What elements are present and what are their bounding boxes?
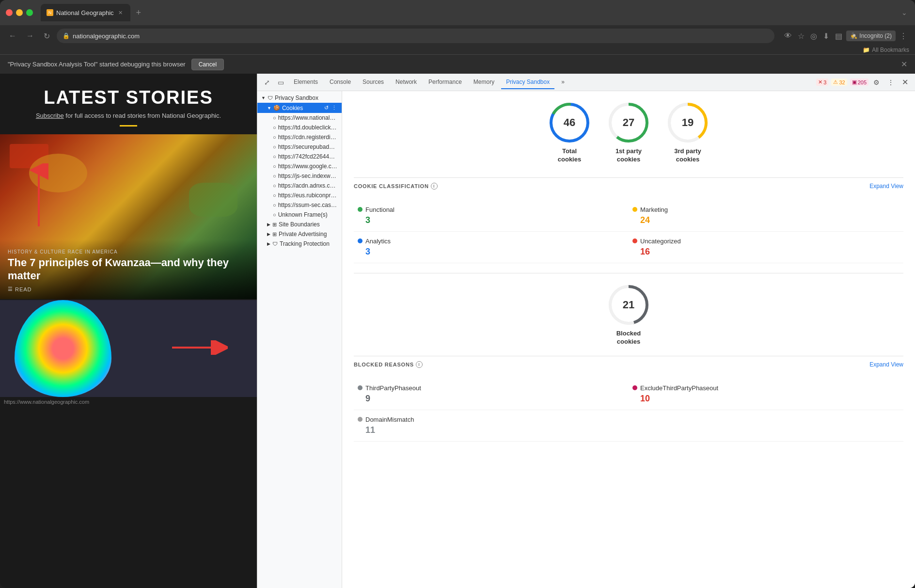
- tree-item-url2[interactable]: ○ https://td.doubleclick.ne...: [257, 123, 342, 132]
- menu-button[interactable]: ⋮: [898, 30, 909, 43]
- tree-item-url3[interactable]: ○ https://cdn.registerdisne...: [257, 132, 342, 142]
- reload-button[interactable]: ↻: [41, 30, 53, 43]
- tab-close-button[interactable]: ✕: [117, 9, 125, 16]
- title-bar: N National Geographic ✕ + ⌄: [0, 0, 915, 25]
- read-button[interactable]: ☰ READ: [8, 286, 249, 292]
- bookmark-star-icon[interactable]: ☆: [796, 30, 806, 43]
- blocked-reasons-info-icon[interactable]: i: [416, 361, 423, 368]
- first-party-cookies-label: 1st partycookies: [615, 147, 642, 164]
- read-label: READ: [15, 286, 32, 292]
- blocked-cookies-label: Blockedcookies: [616, 330, 641, 346]
- classification-info-icon[interactable]: i: [431, 183, 438, 190]
- tab-memory[interactable]: Memory: [469, 76, 499, 89]
- tree-label: https://ssum-sec.casale...: [278, 202, 338, 208]
- tree-action-more[interactable]: ⋮: [331, 104, 338, 111]
- tree-label: https://cdn.registerdisne...: [278, 134, 338, 141]
- tab-network[interactable]: Network: [391, 76, 422, 89]
- tree-item-cookies[interactable]: ▼ 🍪 Cookies ↺ ⋮: [257, 103, 342, 113]
- globe-icon: ○: [273, 192, 276, 198]
- blocked-circle-container: 21 Blockedcookies: [607, 283, 650, 346]
- tree-label: https://742fcd22644a3c...: [278, 153, 338, 160]
- functional-count: 3: [365, 215, 625, 225]
- tree-action-refresh[interactable]: ↺: [323, 104, 330, 111]
- total-cookies-circle: 46: [548, 101, 591, 144]
- tree-item-url9[interactable]: ○ https://eus.rubiconproje...: [257, 191, 342, 200]
- tree-label: https://js-sec.indexww.c...: [278, 173, 338, 179]
- error-icon: ✕: [818, 79, 822, 85]
- exclude-third-party-reason: ExcludeThirdPartyPhaseout 10: [629, 379, 903, 410]
- tracking-protection-icon: 🛡: [272, 241, 278, 247]
- tree-arrow-icon: ▶: [267, 222, 270, 227]
- analytics-count: 3: [365, 247, 625, 257]
- analytics-category-name: Analytics: [358, 238, 625, 245]
- info-icon: ▣: [852, 79, 857, 85]
- devtools-settings-button[interactable]: ⚙: [870, 77, 883, 88]
- forward-button[interactable]: →: [23, 30, 37, 42]
- domain-mismatch-name: DomainMismatch: [358, 416, 625, 423]
- cancel-debug-button[interactable]: Cancel: [191, 59, 224, 70]
- tree-label: https://eus.rubiconproje...: [278, 192, 338, 199]
- tab-performance[interactable]: Performance: [424, 76, 467, 89]
- tree-item-url10[interactable]: ○ https://ssum-sec.casale...: [257, 200, 342, 210]
- marketing-count: 24: [640, 215, 899, 225]
- classification-expand-button[interactable]: Expand View: [869, 183, 903, 190]
- incognito-button[interactable]: 🕵 Incognito (2): [846, 31, 896, 41]
- tab-scroll-button[interactable]: ⌄: [899, 7, 909, 18]
- globe-icon: ○: [273, 134, 276, 140]
- browser-tab[interactable]: N National Geographic ✕: [41, 4, 130, 21]
- tree-item-url7[interactable]: ○ https://js-sec.indexww.c...: [257, 171, 342, 181]
- devtools-pointer-icon[interactable]: ⤢: [261, 77, 273, 88]
- tree-item-url6[interactable]: ○ https://www.google.com...: [257, 161, 342, 171]
- tree-label: Private Advertising: [279, 231, 327, 238]
- subscribe-link[interactable]: Subscribe: [36, 112, 64, 119]
- devtools-panel: ⤢ ▭ Elements Console Sources Network Per…: [257, 74, 915, 588]
- tree-arrow-icon: ▶: [267, 241, 270, 246]
- tree-label: Unknown Frame(s): [278, 211, 328, 218]
- tree-item-url4[interactable]: ○ https://securepubads.g...: [257, 142, 342, 152]
- blocked-reasons-grid: ThirdPartyPhaseout 9 ExcludeThirdPartyPh…: [354, 379, 903, 442]
- tree-item-url1[interactable]: ○ https://www.nationalge...: [257, 113, 342, 123]
- debug-close-button[interactable]: ✕: [901, 60, 907, 69]
- third-party-cookies-value: 19: [682, 116, 694, 129]
- download-icon[interactable]: ⬇: [821, 30, 831, 43]
- tree-label: Tracking Protection: [280, 240, 330, 247]
- tab-privacy-sandbox[interactable]: Privacy Sandbox: [501, 76, 554, 89]
- new-tab-button[interactable]: +: [132, 6, 145, 20]
- cookies-icon: 🍪: [273, 105, 280, 111]
- tree-item-url8[interactable]: ○ https://acdn.adnxs.com...: [257, 181, 342, 191]
- exclude-third-party-name: ExcludeThirdPartyPhaseout: [632, 384, 899, 392]
- devtools-more-button[interactable]: ⋮: [884, 77, 897, 88]
- devtools-close-button[interactable]: ✕: [899, 76, 911, 89]
- maximize-window-button[interactable]: [26, 9, 33, 16]
- tree-item-tracking-protection[interactable]: ▶ 🛡 Tracking Protection: [257, 239, 342, 249]
- info-badge: ▣ 205: [850, 79, 868, 86]
- site-boundaries-icon: ⊞: [272, 222, 277, 228]
- address-bar[interactable]: 🔒 nationalgeographic.com: [57, 29, 774, 43]
- tree-item-privacy-sandbox[interactable]: ▼ 🛡 Privacy Sandbox: [257, 93, 342, 103]
- incognito-label: Incognito (2): [859, 32, 892, 39]
- account-icon[interactable]: ◎: [808, 30, 819, 43]
- tab-elements[interactable]: Elements: [289, 76, 323, 89]
- eye-off-icon[interactable]: 👁: [782, 30, 794, 42]
- sidebar-icon[interactable]: ▤: [833, 30, 844, 43]
- tab-more[interactable]: »: [556, 76, 569, 89]
- devtools-main-panel: 46 Totalcookies: [342, 91, 915, 588]
- minimize-window-button[interactable]: [16, 9, 23, 16]
- blocked-reasons-expand-button[interactable]: Expand View: [869, 361, 903, 368]
- tab-bar: N National Geographic ✕ +: [41, 4, 896, 21]
- marketing-category: Marketing 24: [629, 200, 903, 232]
- devtools-device-icon[interactable]: ▭: [275, 77, 287, 88]
- tab-console[interactable]: Console: [325, 76, 356, 89]
- tree-item-private-advertising[interactable]: ▶ ⊞ Private Advertising: [257, 229, 342, 239]
- close-window-button[interactable]: [6, 9, 13, 16]
- tree-item-unknown-frames[interactable]: ○ Unknown Frame(s): [257, 210, 342, 220]
- warn-count: 32: [839, 79, 845, 85]
- back-button[interactable]: ←: [6, 30, 19, 42]
- tree-arrow-icon: ▼: [267, 106, 271, 111]
- address-text: nationalgeographic.com: [73, 32, 140, 40]
- tree-item-url5[interactable]: ○ https://742fcd22644a3c...: [257, 152, 342, 161]
- tree-label: Cookies: [282, 105, 303, 111]
- tree-item-site-boundaries[interactable]: ▶ ⊞ Site Boundaries: [257, 220, 342, 229]
- tab-sources[interactable]: Sources: [358, 76, 389, 89]
- functional-dot: [358, 207, 363, 212]
